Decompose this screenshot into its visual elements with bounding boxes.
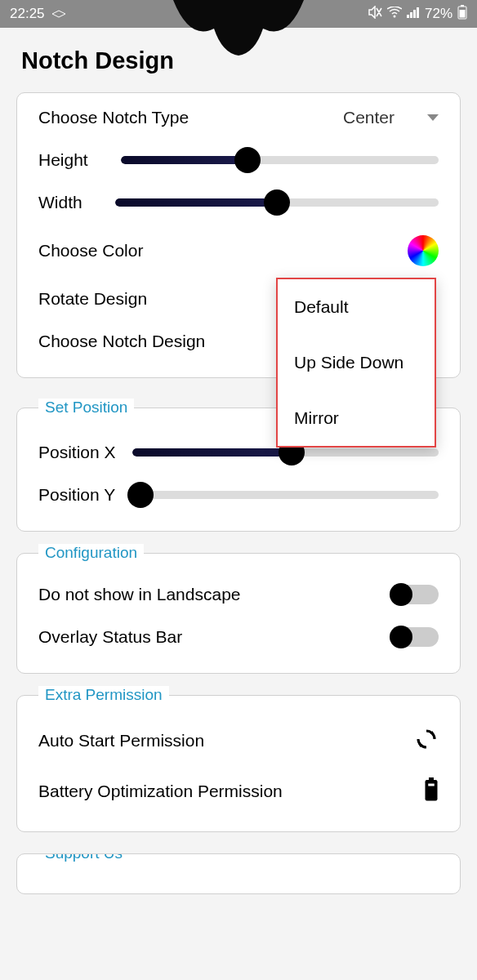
choose-type-dropdown[interactable]: Center [343, 108, 439, 127]
svg-rect-6 [461, 5, 464, 7]
width-row: Width [38, 181, 439, 224]
position-y-label: Position Y [38, 485, 115, 505]
choose-type-label: Choose Notch Type [38, 108, 189, 127]
battery-opt-row[interactable]: Battery Optimization Permission [38, 766, 439, 817]
choose-color-label: Choose Color [38, 241, 143, 261]
landscape-row: Do not show in Landscape [38, 573, 439, 616]
status-right: 72% [368, 5, 467, 24]
config-title: Configuration [38, 544, 144, 562]
choose-color-row[interactable]: Choose Color [38, 224, 439, 278]
chevron-down-icon [427, 114, 439, 121]
svg-rect-4 [417, 7, 419, 18]
position-title: Set Position [38, 399, 134, 416]
battery-opt-label: Battery Optimization Permission [38, 782, 283, 801]
config-card: Configuration Do not show in Landscape O… [16, 553, 461, 674]
landscape-toggle[interactable] [391, 585, 439, 604]
color-wheel-icon[interactable] [408, 235, 439, 266]
svg-rect-7 [460, 10, 466, 18]
signal-icon [407, 6, 420, 22]
wifi-icon [387, 6, 402, 22]
svg-rect-8 [426, 780, 438, 801]
permission-card: Extra Permission Auto Start Permission B… [16, 695, 461, 832]
choose-type-row[interactable]: Choose Notch Type Center [38, 96, 439, 139]
height-slider[interactable] [121, 150, 439, 170]
battery-percent: 72% [425, 6, 452, 22]
svg-rect-10 [428, 784, 435, 786]
position-x-label: Position X [38, 443, 116, 462]
position-y-slider[interactable] [132, 485, 439, 505]
rotate-popup: Default Up Side Down Mirror [276, 278, 436, 448]
popup-item-mirror[interactable]: Mirror [278, 390, 435, 446]
width-label: Width [38, 193, 82, 212]
svg-rect-3 [413, 10, 416, 18]
refresh-icon [414, 727, 439, 755]
mute-icon [368, 6, 382, 23]
rotate-design-label: Rotate Design [38, 289, 147, 309]
height-label: Height [38, 150, 88, 170]
svg-rect-9 [429, 777, 434, 781]
auto-start-label: Auto Start Permission [38, 731, 204, 751]
notch-shape [173, 0, 304, 59]
svg-point-0 [393, 16, 395, 18]
status-left: 22:25 [10, 6, 66, 22]
choose-type-value: Center [343, 108, 395, 127]
position-y-row: Position Y [38, 474, 439, 516]
width-slider[interactable] [115, 193, 439, 212]
popup-item-default[interactable]: Default [278, 279, 435, 335]
overlay-toggle[interactable] [391, 627, 439, 647]
permission-title: Extra Permission [38, 686, 169, 704]
status-time: 22:25 [10, 6, 45, 22]
overlay-label: Overlay Status Bar [38, 627, 182, 647]
battery-icon [424, 777, 439, 805]
support-card: Support Us [16, 853, 461, 894]
support-title: Support Us [38, 853, 129, 862]
choose-design-label: Choose Notch Design [38, 332, 205, 351]
svg-rect-2 [410, 12, 412, 18]
support-row[interactable] [38, 874, 439, 894]
popup-item-upsidedown[interactable]: Up Side Down [278, 335, 435, 390]
landscape-label: Do not show in Landscape [38, 585, 241, 604]
auto-start-row[interactable]: Auto Start Permission [38, 715, 439, 766]
height-row: Height [38, 139, 439, 181]
overlay-row: Overlay Status Bar [38, 616, 439, 658]
status-notif-icon [51, 6, 66, 22]
svg-rect-1 [407, 15, 409, 18]
battery-icon [457, 5, 467, 24]
